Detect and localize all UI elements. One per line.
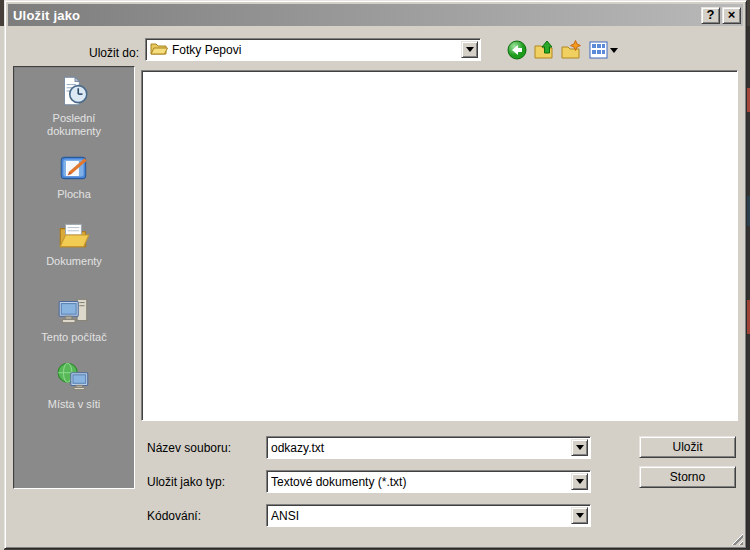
chevron-down-icon [576, 513, 584, 518]
filename-combobox[interactable] [266, 436, 591, 459]
my-computer-icon [56, 294, 92, 328]
place-desktop[interactable]: Plocha [14, 151, 134, 201]
back-icon [507, 40, 527, 60]
places-bar: Poslední dokumenty Plocha Dokumenty [13, 66, 135, 489]
location-value: Fotky Pepovi [168, 43, 241, 57]
close-button[interactable]: × [722, 7, 741, 24]
open-folder-icon [150, 41, 168, 59]
resize-grip[interactable] [730, 532, 743, 545]
filetype-combobox[interactable]: Textové dokumenty (*.txt) [266, 470, 591, 493]
window-title: Uložit jako [8, 8, 80, 23]
location-combobox[interactable]: Fotky Pepovi [145, 38, 481, 61]
filename-input[interactable] [269, 439, 569, 456]
filename-label: Název souboru: [147, 441, 262, 455]
place-label: Dokumenty [28, 255, 120, 268]
filetype-value: Textové dokumenty (*.txt) [271, 475, 568, 489]
back-button[interactable] [507, 40, 527, 60]
chevron-down-icon [610, 48, 618, 53]
up-folder-icon [534, 40, 554, 60]
filetype-dropdown-button[interactable] [571, 473, 588, 490]
view-menu-button[interactable] [588, 40, 619, 60]
file-list-area[interactable] [141, 70, 738, 421]
filename-dropdown-button[interactable] [571, 439, 588, 456]
up-one-level-button[interactable] [534, 40, 554, 60]
encoding-dropdown-button[interactable] [571, 507, 588, 524]
save-button[interactable]: Uložit [639, 436, 736, 458]
place-label: Poslední dokumenty [28, 112, 120, 138]
help-button[interactable]: ? [701, 7, 720, 24]
place-label: Plocha [28, 188, 120, 201]
encoding-combobox[interactable]: ANSI [266, 504, 591, 527]
chevron-down-icon [466, 47, 474, 52]
place-recent-documents[interactable]: Poslední dokumenty [14, 75, 134, 138]
navigation-toolbar [507, 40, 619, 60]
encoding-label: Kódování: [147, 509, 262, 523]
place-label: Místa v síti [28, 398, 120, 411]
desktop-icon [57, 151, 91, 185]
place-documents[interactable]: Dokumenty [14, 218, 134, 268]
cancel-button[interactable]: Storno [639, 466, 736, 488]
place-my-computer[interactable]: Tento počítač [14, 294, 134, 344]
documents-icon [56, 218, 92, 252]
new-folder-icon [561, 40, 581, 60]
save-as-dialog: Uložit jako ? × Uložit do: Fotky Pepovi [4, 0, 747, 549]
titlebar[interactable]: Uložit jako ? × [8, 4, 743, 26]
place-network[interactable]: Místa v síti [14, 361, 134, 411]
filetype-label: Uložit jako typ: [147, 475, 262, 489]
network-places-icon [56, 361, 92, 395]
chevron-down-icon [576, 445, 584, 450]
place-label: Tento počítač [28, 331, 120, 344]
location-dropdown-button[interactable] [461, 41, 478, 58]
new-folder-button[interactable] [561, 40, 581, 60]
encoding-value: ANSI [271, 509, 568, 523]
chevron-down-icon [576, 479, 584, 484]
views-icon [589, 41, 608, 59]
save-in-label: Uložit do: [33, 46, 139, 60]
recent-documents-icon [57, 75, 91, 109]
